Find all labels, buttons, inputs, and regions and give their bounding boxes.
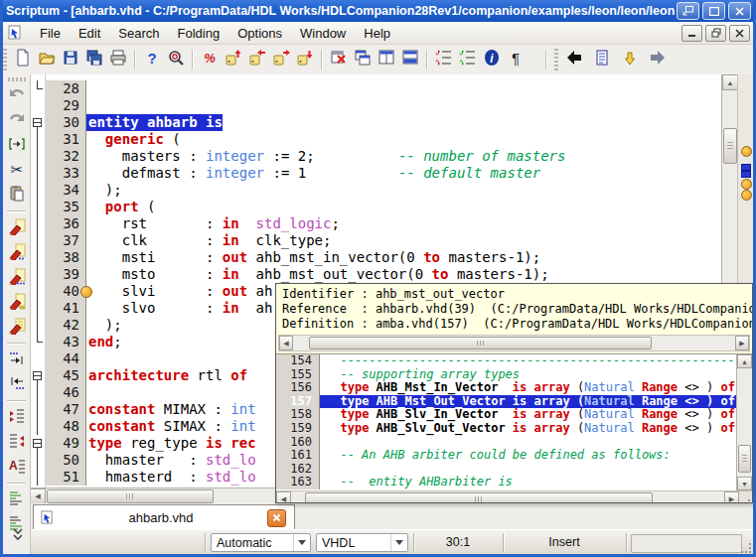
encoding-combobox[interactable]: Automatic xyxy=(211,533,311,552)
fold-marker[interactable] xyxy=(30,367,45,384)
menu-item-options[interactable]: Options xyxy=(228,24,291,43)
preview-code-line[interactable]: 161 -- An AHB arbiter could be defined a… xyxy=(276,449,752,463)
scroll-up-button[interactable]: ▲ xyxy=(737,354,752,368)
toolbar-down-small-button[interactable] xyxy=(618,48,642,71)
toolbar-marker-forward-button[interactable] xyxy=(269,48,293,71)
code-line[interactable]: 31 generic ( xyxy=(30,131,722,148)
mdi-restore-button[interactable] xyxy=(705,25,726,42)
scroll-thumb[interactable] xyxy=(723,128,737,164)
popup-info-scrollbar[interactable]: ◀ ▶ xyxy=(278,335,750,351)
scroll-left-button[interactable]: ◀ xyxy=(30,488,46,504)
toolbar-save-button[interactable] xyxy=(59,48,82,71)
code-line[interactable]: 33 defmast : integer := 1 -- default mas… xyxy=(30,165,722,182)
toolbar-highlight-add-button[interactable] xyxy=(5,241,28,264)
title-close-button[interactable] xyxy=(728,2,751,20)
toolbar-highlight-button[interactable] xyxy=(5,216,28,239)
preview-code-line[interactable]: 155 -- supporting array types xyxy=(276,368,752,382)
code-line[interactable]: 29 xyxy=(30,97,722,114)
menu-item-window[interactable]: Window xyxy=(291,24,355,43)
toolbar-marker-up-button[interactable] xyxy=(222,48,245,71)
toolbar-align-button[interactable]: A xyxy=(5,456,28,479)
toolbar-info-button[interactable]: i xyxy=(480,48,504,71)
toolbar-more-buttons-button[interactable] xyxy=(6,524,29,547)
language-combobox[interactable]: VHDL xyxy=(316,533,408,552)
toolbar-undo-button[interactable] xyxy=(5,84,28,107)
toolbar-next-marker-button[interactable] xyxy=(5,348,28,371)
preview-horizontal-scrollbar[interactable]: ◀ ▶ xyxy=(276,490,752,503)
toolbar-grip-2[interactable] xyxy=(554,49,558,70)
toolbar-pilcrow-button[interactable]: ¶ xyxy=(504,48,528,71)
title-restore-button[interactable] xyxy=(677,2,699,20)
chevron-down-icon[interactable] xyxy=(390,534,407,551)
code-line[interactable]: 34 ); xyxy=(30,182,722,199)
popup-resize-grip[interactable] xyxy=(739,491,752,503)
highlight-scroll-marker[interactable] xyxy=(741,164,751,171)
toolbar-collapse-folds-button[interactable]: ++ xyxy=(432,48,456,71)
toolbar-shift-right-button[interactable] xyxy=(5,406,28,429)
toolbar-new-file-button[interactable] xyxy=(11,48,35,71)
preview-code-line[interactable]: 158 type AHB_Slv_In_Vector is array (Nat… xyxy=(276,408,752,422)
scroll-thumb[interactable] xyxy=(47,489,214,503)
toolbar-expand-folds-button[interactable]: ++ xyxy=(456,48,480,71)
preview-code-line[interactable]: 154 ------------------------------------… xyxy=(276,354,752,368)
toolbar-paste-button[interactable] xyxy=(5,184,28,207)
toolbar-find-button[interactable] xyxy=(164,48,188,71)
mdi-close-button[interactable] xyxy=(729,25,750,42)
bookmark-scroll-marker[interactable] xyxy=(741,190,752,201)
bookmark-scroll-marker[interactable] xyxy=(741,179,752,190)
scroll-thumb[interactable] xyxy=(309,337,652,349)
toolbar-open-file-button[interactable] xyxy=(35,48,59,71)
chevron-down-icon[interactable] xyxy=(293,534,310,551)
window-resize-grip[interactable] xyxy=(740,542,752,554)
scroll-up-button[interactable]: ▲ xyxy=(722,74,738,90)
toolbar-highlight-word-button[interactable] xyxy=(5,266,28,289)
menu-item-file[interactable]: File xyxy=(31,24,70,43)
scroll-left-button[interactable]: ◀ xyxy=(279,336,293,350)
bookmark-scroll-marker[interactable] xyxy=(741,146,752,157)
toolbar-highlight-clear-button[interactable] xyxy=(5,291,28,314)
toolbar-back-button[interactable] xyxy=(562,48,586,71)
scroll-down-button[interactable]: ▼ xyxy=(737,477,752,490)
tab-close-button[interactable] xyxy=(267,509,286,527)
highlight-scroll-marker[interactable] xyxy=(741,171,751,178)
scroll-track[interactable] xyxy=(291,491,724,503)
scroll-track[interactable] xyxy=(737,368,752,477)
preview-code-line[interactable]: 157 type AHB_Mst_Out_Vector is array (Na… xyxy=(276,395,752,409)
mdi-minimize-button[interactable] xyxy=(681,25,702,42)
code-line[interactable]: 32 masters : integer := 2; -- number of … xyxy=(30,148,722,165)
toolbar-highlight-lines-button[interactable] xyxy=(5,316,28,339)
toolbar-marker-down-button[interactable] xyxy=(293,48,317,71)
scroll-right-button[interactable]: ▶ xyxy=(735,336,749,350)
toolbar-prev-marker-button[interactable] xyxy=(5,373,28,396)
toolbar-grip[interactable] xyxy=(3,49,7,70)
preview-code-line[interactable]: 156 type AHB_Mst_In_Vector is array (Nat… xyxy=(276,381,752,395)
preview-code-line[interactable]: 162 xyxy=(276,463,752,477)
code-line[interactable]: 35 port ( xyxy=(30,199,722,215)
scroll-thumb[interactable] xyxy=(738,445,751,473)
code-line[interactable]: 36 rst : in std_logic; xyxy=(30,215,722,232)
toolbar-file-list-button[interactable] xyxy=(590,48,614,71)
preview-code-line[interactable]: 160 xyxy=(276,436,752,450)
toolbar-split-vertical-button[interactable] xyxy=(375,48,398,71)
toolbar-redo-button[interactable] xyxy=(5,109,28,132)
scroll-track[interactable] xyxy=(293,336,735,350)
toolbar-shift-left-button[interactable] xyxy=(5,431,28,454)
toolbar-replace-button[interactable]: % xyxy=(198,48,222,71)
code-line[interactable]: 38 msti : out ahb_mst_in_vector(0 to mas… xyxy=(30,249,722,266)
toolbar-help-button[interactable]: ? xyxy=(140,48,164,71)
code-line[interactable]: 37 clk : in clk_type; xyxy=(30,232,722,249)
toolbar-save-all-button[interactable] xyxy=(82,48,106,71)
code-line[interactable]: 28 xyxy=(30,80,722,97)
toolbar-forward-button[interactable] xyxy=(646,48,670,71)
preview-code-line[interactable]: 159 type AHB_Slv_Out_Vector is array (Na… xyxy=(276,422,752,436)
title-maximize-button[interactable] xyxy=(702,2,725,20)
toolbar-cascade-windows-button[interactable] xyxy=(351,48,375,71)
toolbar-marker-back-button[interactable] xyxy=(245,48,269,71)
scroll-left-button[interactable]: ◀ xyxy=(276,491,291,503)
toolbar-comment-button[interactable] xyxy=(5,488,28,511)
scroll-right-button[interactable]: ▶ xyxy=(724,491,739,503)
toolbar-cut-button[interactable]: ✂ xyxy=(5,159,28,182)
definition-preview[interactable]: 154 ------------------------------------… xyxy=(276,353,752,490)
menu-item-folding[interactable]: Folding xyxy=(169,24,229,43)
fold-marker[interactable] xyxy=(30,114,45,131)
